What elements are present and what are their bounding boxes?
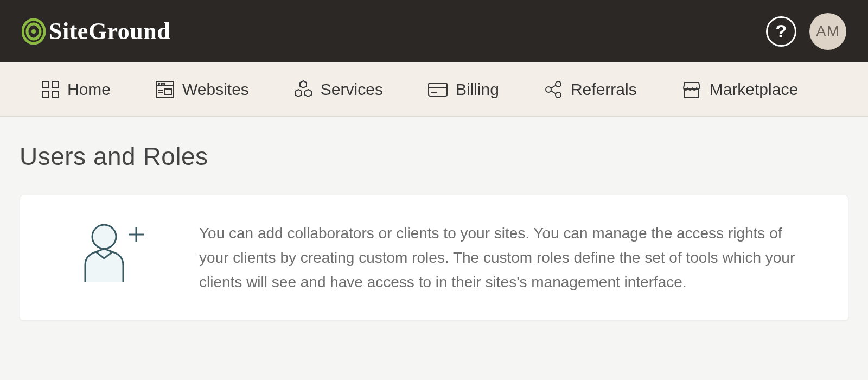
nav-label: Websites xyxy=(182,80,249,99)
svg-line-25 xyxy=(551,91,556,94)
svg-rect-4 xyxy=(52,81,59,88)
nav-label: Billing xyxy=(456,80,499,99)
topbar-actions: ? AM xyxy=(766,13,846,50)
svg-rect-5 xyxy=(42,91,49,98)
svg-point-9 xyxy=(158,83,159,84)
svg-point-22 xyxy=(556,81,561,87)
add-user-icon xyxy=(74,221,145,289)
svg-rect-6 xyxy=(52,91,59,98)
help-button[interactable]: ? xyxy=(766,16,796,47)
help-icon: ? xyxy=(776,21,787,42)
brand-logo[interactable]: SiteGround xyxy=(22,17,170,45)
svg-rect-3 xyxy=(42,81,49,88)
nav-item-marketplace[interactable]: Marketplace xyxy=(681,80,798,99)
svg-rect-12 xyxy=(165,89,171,94)
svg-point-28 xyxy=(92,225,116,249)
svg-point-2 xyxy=(31,29,36,34)
brand-name: SiteGround xyxy=(49,17,170,45)
billing-icon xyxy=(427,82,448,97)
nav-item-billing[interactable]: Billing xyxy=(427,80,499,99)
websites-icon xyxy=(155,80,175,99)
nav-label: Marketplace xyxy=(710,80,798,99)
navbar: Home Websites Services xyxy=(0,62,868,117)
svg-point-11 xyxy=(164,83,165,84)
svg-line-24 xyxy=(551,85,556,88)
svg-marker-16 xyxy=(295,90,302,97)
nav-item-websites[interactable]: Websites xyxy=(155,80,249,99)
nav-item-referrals[interactable]: Referrals xyxy=(544,80,637,99)
nav-label: Referrals xyxy=(571,80,637,99)
svg-point-21 xyxy=(546,87,551,92)
home-grid-icon xyxy=(41,80,60,99)
referrals-icon xyxy=(544,80,563,99)
page-content: Users and Roles You can add collaborator… xyxy=(0,117,868,346)
nav-label: Services xyxy=(321,80,383,99)
topbar: SiteGround ? AM xyxy=(0,0,868,62)
services-icon xyxy=(293,80,313,99)
nav-label: Home xyxy=(67,80,111,99)
nav-item-services[interactable]: Services xyxy=(293,80,383,99)
svg-point-23 xyxy=(556,92,561,98)
svg-point-10 xyxy=(161,83,162,84)
marketplace-icon xyxy=(681,80,702,99)
page-title: Users and Roles xyxy=(20,142,848,171)
svg-rect-18 xyxy=(429,83,447,96)
brand-swirl-icon xyxy=(22,18,46,45)
info-card-text: You can add collaborators or clients to … xyxy=(199,221,815,294)
nav-item-home[interactable]: Home xyxy=(41,80,111,99)
info-card: You can add collaborators or clients to … xyxy=(20,195,848,321)
avatar[interactable]: AM xyxy=(809,13,846,50)
avatar-initials: AM xyxy=(816,23,840,40)
svg-marker-15 xyxy=(300,81,307,88)
svg-marker-17 xyxy=(305,90,311,97)
